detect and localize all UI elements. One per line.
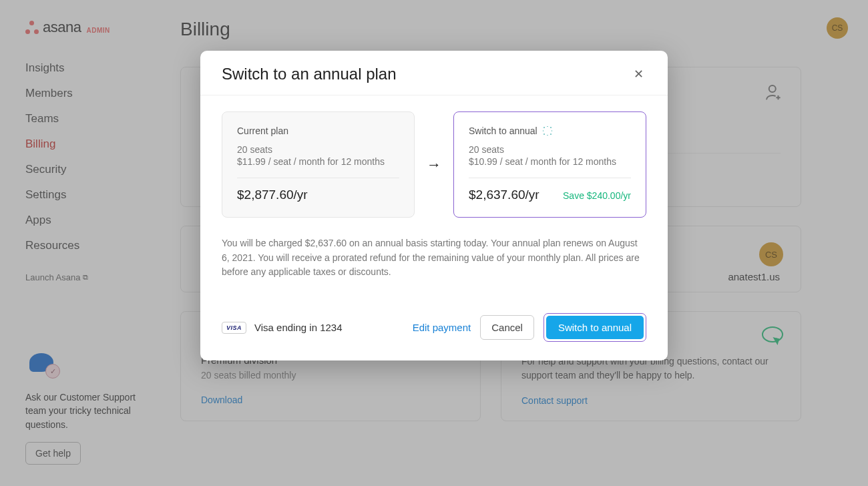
modal-overlay: Switch to an annual plan ✕ Current plan … [0,0,868,486]
annual-plan-save: Save $240.00/yr [563,190,631,201]
annual-plan-box: Switch to annual 20 seats $10.99 / seat … [453,111,646,218]
loading-spinner-icon [543,126,552,136]
modal-disclaimer: You will be charged $2,637.60 on an annu… [222,236,646,280]
visa-icon: VISA [222,322,246,334]
annual-plan-rate: $10.99 / seat / month for 12 months [469,156,631,167]
current-plan-total: $2,877.60/yr [237,188,308,202]
arrow-right-icon: → [427,156,441,174]
current-plan-label: Current plan [237,126,399,136]
switch-button-highlight: Switch to annual [544,313,646,342]
annual-plan-total: $2,637.60/yr [469,188,539,202]
close-icon[interactable]: ✕ [631,64,646,84]
switch-annual-modal: Switch to an annual plan ✕ Current plan … [200,51,668,360]
modal-title: Switch to an annual plan [222,65,397,83]
annual-plan-seats: 20 seats [469,144,631,155]
current-plan-rate: $11.99 / seat / month for 12 months [237,156,399,167]
cancel-button[interactable]: Cancel [480,315,534,340]
current-plan-seats: 20 seats [237,144,399,155]
edit-payment-link[interactable]: Edit payment [413,322,471,333]
payment-text: Visa ending in 1234 [254,322,343,333]
current-plan-box: Current plan 20 seats $11.99 / seat / mo… [222,111,415,218]
annual-plan-label: Switch to annual [469,126,537,136]
switch-to-annual-button[interactable]: Switch to annual [546,316,644,339]
